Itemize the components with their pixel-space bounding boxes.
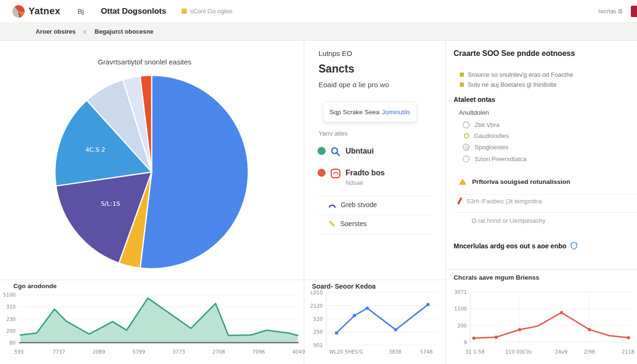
svg-text:230: 230 xyxy=(6,316,16,322)
yandex-logo-icon xyxy=(12,5,25,18)
bullet-item: Srource so snutnlev'g eras od Foacthe xyxy=(460,71,573,78)
svg-text:110 00C0s: 110 00C0s xyxy=(505,349,532,355)
green-status-dot-icon xyxy=(318,147,326,155)
radio-icon[interactable] xyxy=(464,133,469,138)
note-label: O rat hnnd or Uempesashy xyxy=(472,217,546,224)
svg-text:WL20 5HES'G: WL20 5HES'G xyxy=(329,349,363,355)
warning-item[interactable]: Prftoriva souigsed rotunalission xyxy=(459,178,570,185)
settings-subheading: Ataleet ontas xyxy=(454,96,495,103)
corner-button[interactable] xyxy=(631,6,637,17)
radio-option-1[interactable]: Zblt.Vbra xyxy=(463,121,500,128)
services-panel: Lutnps EO Sancts Eoaid ope α lie pro wo … xyxy=(304,41,446,364)
bullet-square-icon xyxy=(460,82,464,87)
bullet-item: Sutv ne auj Boetares gl fnin8olte xyxy=(460,81,556,88)
nav-badge-label: sConl Go ogloo xyxy=(190,8,233,15)
dashboard-page: Yatnex Bj Ottat Dogsonlots sConl Go oglo… xyxy=(0,0,637,364)
shield-icon xyxy=(570,242,578,250)
list-item-label: Greb stvode xyxy=(341,200,377,209)
radio-option-4[interactable]: Szion Preerxdtatca xyxy=(463,155,527,163)
svg-text:4049: 4049 xyxy=(292,349,305,355)
svg-text:7096: 7096 xyxy=(252,349,265,355)
svg-text:L010: L010 xyxy=(310,290,323,295)
svg-text:2Av9: 2Av9 xyxy=(555,349,567,355)
list-item-search[interactable]: Ubntaui xyxy=(318,146,374,157)
svg-text:4C.S 2: 4C.S 2 xyxy=(85,146,105,153)
pie-chart-title: Gravrtsartiytof snonlel easites xyxy=(38,58,251,66)
panel-footer: Mncerlulas ardg eos out s aoe enbo xyxy=(454,242,578,250)
action-card-link[interactable]: Jominutils xyxy=(382,109,410,116)
radio-option-3[interactable]: Spogloestes xyxy=(463,144,509,151)
errors-line-chart: 30711100200931 1-58110 00C0s2Av92/982118 xyxy=(446,283,637,356)
settings-title: Craarte SOO See pndde eotnoess xyxy=(454,49,575,58)
action-card[interactable]: Sqp Scrake Seea Jominutils xyxy=(323,101,417,122)
svg-text:520: 520 xyxy=(313,316,323,322)
svg-text:5748: 5748 xyxy=(420,349,433,355)
nav-by-label: Bj xyxy=(77,7,83,15)
error-item[interactable]: S3rh /Faobeo (3t temjpnttra xyxy=(459,197,542,205)
list-item-slash[interactable]: Soerstes xyxy=(328,219,366,228)
main-content: Gravrtsartiytof snonlel easites S/L:1S4C… xyxy=(0,41,637,364)
list-item-sub: Ndsae xyxy=(346,179,385,186)
yellow-slash-icon xyxy=(329,220,335,227)
list-item-label: Fradto bos xyxy=(346,169,385,177)
browser-app-icon xyxy=(330,168,341,179)
svg-text:2120: 2120 xyxy=(310,303,323,309)
svg-text:3071: 3071 xyxy=(454,289,467,295)
svg-text:200: 200 xyxy=(6,328,16,334)
radio-icon[interactable] xyxy=(463,121,470,128)
svg-text:1100: 1100 xyxy=(454,306,467,311)
bullet-text: Sutv ne auj Boetares gl fnin8olte xyxy=(468,81,556,88)
filter-tag-1[interactable]: Aroer obsires xyxy=(36,28,76,35)
filter-tagbar: Aroer obsires x Begajurct obocesne xyxy=(0,23,637,41)
svg-text:310: 310 xyxy=(6,304,16,309)
list-item-browser[interactable]: Fradto bos Ndsae xyxy=(318,168,385,186)
svg-text:200: 200 xyxy=(457,323,467,328)
nav-badge[interactable]: sConl Go ogloo xyxy=(182,8,233,15)
filter-tag-2[interactable]: Begajurct obocesne xyxy=(95,28,154,35)
svg-text:3838: 3838 xyxy=(389,349,401,355)
traffic-sources-pie-chart: S/L:1S4C.S 2 xyxy=(54,74,250,270)
visits-area-chart: 5100310230200805937737208957993773270870… xyxy=(0,284,306,356)
tag-close-icon[interactable]: x xyxy=(83,28,86,35)
arc-icon xyxy=(328,202,336,208)
action-card-text: Sqp Scrake Seea xyxy=(329,109,379,116)
radio-label: Zblt.Vbra xyxy=(474,121,500,128)
red-status-dot-icon xyxy=(318,169,326,177)
list-item-label: Ubntaui xyxy=(346,146,374,156)
panel-title: Sancts xyxy=(318,63,354,75)
nav-app-title[interactable]: Ottat Dogsonlots xyxy=(101,7,166,16)
top-header: Yatnex Bj Ottat Dogsonlots sConl Go oglo… xyxy=(0,0,637,23)
svg-text:2/98: 2/98 xyxy=(584,349,595,355)
radio-icon[interactable] xyxy=(463,144,470,151)
red-chart-title: Chcrals aave mgum Brienss xyxy=(454,274,539,281)
radio-option-2[interactable]: Gaudioodtes xyxy=(463,132,509,139)
divider xyxy=(318,196,433,196)
header-right: Iwcrtas i$ xyxy=(598,6,637,17)
divider xyxy=(318,215,433,215)
svg-text:80: 80 xyxy=(9,340,16,346)
svg-text:9: 9 xyxy=(464,339,467,345)
radio-label: Szion Preerxdtatca xyxy=(474,155,527,163)
svg-text:593: 593 xyxy=(14,349,24,355)
svg-text:250: 250 xyxy=(313,329,323,335)
svg-text:2089: 2089 xyxy=(92,349,105,355)
settings-panel: Craarte SOO See pndde eotnoess Srource s… xyxy=(446,41,637,364)
warning-triangle-icon xyxy=(459,179,466,185)
bullet-square-icon xyxy=(460,73,464,77)
svg-text:7737: 7737 xyxy=(53,349,65,355)
services-list-label: Yarrv aties xyxy=(318,130,347,137)
divider xyxy=(454,212,637,213)
svg-text:901: 901 xyxy=(313,342,323,348)
error-label: S3rh /Faobeo (3t temjpnttra xyxy=(466,198,542,205)
badge-square-icon xyxy=(182,9,187,14)
yandex-logo[interactable]: Yatnex xyxy=(12,5,60,18)
list-item-arc[interactable]: Greb stvode xyxy=(328,200,377,209)
svg-text:2708: 2708 xyxy=(212,349,225,355)
radio-icon[interactable] xyxy=(463,155,470,163)
svg-text:5100: 5100 xyxy=(3,292,16,298)
score-line-chart: L0102120520250901WL20 5HES'G38385748 xyxy=(306,284,442,356)
svg-text:5799: 5799 xyxy=(132,349,145,355)
logo-text: Yatnex xyxy=(28,6,60,17)
svg-text:3773: 3773 xyxy=(173,349,185,355)
divider xyxy=(454,194,637,195)
